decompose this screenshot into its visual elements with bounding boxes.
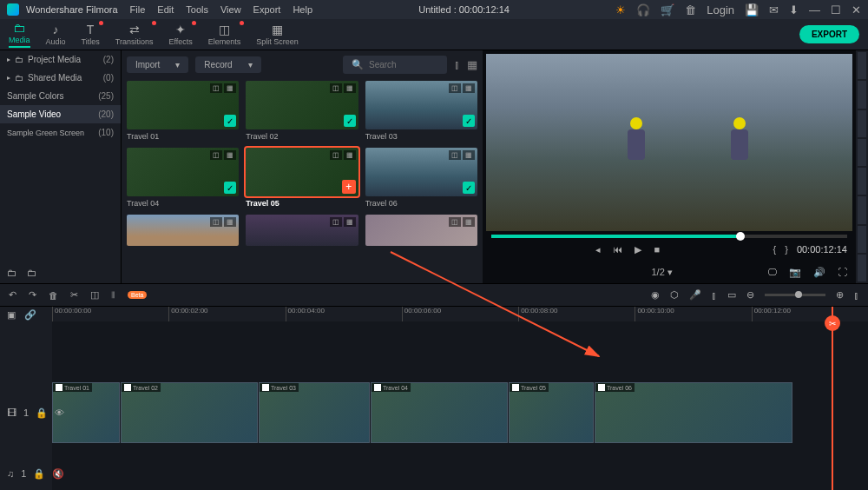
scissors-icon[interactable]: ✂ [825, 315, 840, 331]
thumb-Travel 03[interactable]: ◫▦✓Travel 03 [365, 81, 477, 141]
tab-effects[interactable]: ✦Effects [168, 23, 192, 46]
mixer-icon[interactable]: ⫿ [712, 290, 717, 301]
menu-edit[interactable]: Edit [157, 4, 174, 15]
download-icon[interactable]: ⬇ [789, 3, 799, 17]
check-icon: ✓ [463, 115, 475, 127]
menu-tools[interactable]: Tools [186, 4, 208, 15]
preview-progress[interactable] [491, 235, 847, 238]
stop-icon[interactable]: ■ [654, 244, 660, 255]
tab-titles[interactable]: TTitles [82, 23, 100, 46]
timeline-ruler[interactable]: ▣ 🔗 00:00:00:00 00:00:02:00 00:00:04:00 … [0, 306, 868, 321]
shield-icon[interactable]: ⬡ [670, 289, 679, 301]
brace-right[interactable]: } [785, 244, 788, 255]
snapshot-icon[interactable]: 📷 [789, 267, 801, 278]
thumb-Travel 06[interactable]: ◫▦✓Travel 06 [365, 148, 477, 208]
filmstrip-scroll[interactable] [856, 50, 868, 283]
preview-viewport[interactable] [486, 54, 852, 231]
folder-icon: 🗀 [15, 73, 23, 83]
close-icon[interactable]: ✕ [852, 3, 861, 17]
thumb-item-8[interactable]: ◫▦ [365, 215, 477, 246]
grid-view-icon[interactable]: ▦ [467, 58, 477, 71]
login-link[interactable]: Login [707, 3, 734, 17]
sidebar-item-sample-green[interactable]: Sample Green Screen(10) [0, 123, 121, 142]
export-button[interactable]: EXPORT [799, 25, 859, 43]
clip-Travel 03[interactable]: Travel 03 [259, 382, 370, 443]
save-icon[interactable]: 💾 [745, 3, 759, 17]
search-box[interactable]: 🔍 [343, 56, 447, 74]
sidebar-item-sample-colors[interactable]: Sample Colors(25) [0, 87, 121, 105]
thumb-item-7[interactable]: ◫▦ [246, 215, 358, 246]
thumb-Travel 04[interactable]: ◫▦✓Travel 04 [127, 148, 239, 208]
redo-icon[interactable]: ↷ [29, 289, 36, 301]
cut-icon[interactable]: ✂ [70, 289, 78, 301]
headset-icon[interactable]: 🎧 [636, 3, 650, 17]
tab-transitions[interactable]: ⇄Transitions [115, 23, 154, 46]
zoom-in-icon[interactable]: ⊕ [836, 289, 844, 301]
filter-icon[interactable]: ⫿ [454, 58, 460, 71]
clip-Travel 02[interactable]: Travel 02 [121, 382, 258, 443]
link-icon[interactable]: 🔗 [24, 309, 36, 321]
minimize-icon[interactable]: — [809, 3, 820, 17]
clip-Travel 05[interactable]: Travel 05 [509, 382, 594, 443]
record-dropdown[interactable]: Record▾ [195, 56, 260, 73]
check-icon: ✓ [224, 182, 236, 194]
tab-audio[interactable]: ♪Audio [46, 23, 66, 46]
menu-view[interactable]: View [220, 4, 241, 15]
crop-icon[interactable]: ◫ [90, 289, 99, 301]
thumb-Travel 02[interactable]: ◫▦✓Travel 02 [246, 81, 358, 141]
page-indicator[interactable]: 1/2 ▾ [652, 267, 673, 278]
menu-file[interactable]: File [130, 4, 146, 15]
mute-icon[interactable]: 🔇 [52, 468, 64, 480]
chevron-down-icon: ▾ [175, 60, 180, 70]
tab-media[interactable]: 🗀Media [9, 21, 30, 48]
check-icon: ✓ [224, 115, 236, 127]
tab-splitscreen[interactable]: ▦Split Screen [256, 23, 299, 46]
chevron-down-icon: ▾ [248, 60, 253, 70]
lock-icon[interactable]: 🔒 [36, 407, 48, 419]
play-icon[interactable]: ▶ [635, 244, 641, 255]
clip-Travel 04[interactable]: Travel 04 [371, 382, 508, 443]
cart-icon[interactable]: 🛒 [661, 3, 674, 17]
eye-icon[interactable]: 👁 [55, 407, 64, 418]
trash-icon[interactable]: 🗑 [685, 3, 696, 17]
zoom-fit-icon[interactable]: ⫿ [854, 290, 859, 301]
add-to-timeline-icon[interactable]: + [342, 180, 356, 194]
playhead[interactable]: ✂ [832, 307, 833, 490]
sidebar-item-shared-media[interactable]: ▸🗀Shared Media(0) [0, 69, 121, 87]
menu-export[interactable]: Export [253, 4, 281, 15]
undo-icon[interactable]: ↶ [9, 289, 16, 301]
clip-Travel 06[interactable]: Travel 06 [595, 382, 792, 443]
media-browser: Import▾ Record▾ 🔍 ⫿ ▦ ◫▦✓Travel 01◫▦✓Tra… [122, 50, 483, 283]
mail-icon[interactable]: ✉ [769, 3, 779, 17]
lock-icon[interactable]: 🔒 [33, 468, 45, 480]
tab-elements[interactable]: ◫Elements [208, 23, 241, 46]
rect-icon[interactable]: ▭ [727, 289, 736, 301]
volume-icon[interactable]: 🔊 [813, 267, 825, 278]
mic-icon[interactable]: 🎤 [689, 289, 701, 301]
fullscreen-icon[interactable]: ⛶ [838, 267, 847, 277]
audio-wave-icon[interactable]: ⫴ [111, 289, 115, 301]
expand-icon: ▸ [7, 74, 10, 82]
brace-left[interactable]: { [773, 244, 777, 255]
sun-icon[interactable]: ☀ [615, 3, 626, 17]
maximize-icon[interactable]: ☐ [831, 3, 841, 17]
thumb-Travel 01[interactable]: ◫▦✓Travel 01 [127, 81, 239, 141]
marker-icon[interactable]: ◉ [651, 289, 660, 301]
sidebar-item-project-media[interactable]: ▸🗀Project Media(2) [0, 50, 121, 69]
prev-frame-icon[interactable]: ◂ [595, 244, 601, 255]
thumb-item-6[interactable]: ◫▦ [127, 215, 239, 246]
step-back-icon[interactable]: ⏮ [613, 244, 622, 255]
zoom-out-icon[interactable]: ⊖ [746, 289, 754, 301]
display-icon[interactable]: 🖵 [767, 267, 777, 277]
import-dropdown[interactable]: Import▾ [127, 56, 188, 73]
thumb-Travel 05[interactable]: ◫▦+Travel 05 [246, 148, 358, 208]
menu-help[interactable]: Help [293, 4, 312, 15]
preview-panel: ◂ ⏮ ▶ ■ { } 00:00:12:14 1/2 ▾ 🖵 📷 🔊 ⛶ [483, 50, 856, 283]
zoom-slider[interactable] [765, 294, 825, 296]
sidebar-item-sample-video[interactable]: Sample Video(20) [0, 105, 121, 123]
ripple-icon[interactable]: ▣ [7, 309, 16, 321]
new-folder-icon[interactable]: 🗀 [7, 268, 16, 278]
delete-icon[interactable]: 🗑 [49, 290, 58, 301]
add-folder-icon[interactable]: 🗀 [27, 268, 36, 278]
search-input[interactable] [369, 60, 438, 70]
